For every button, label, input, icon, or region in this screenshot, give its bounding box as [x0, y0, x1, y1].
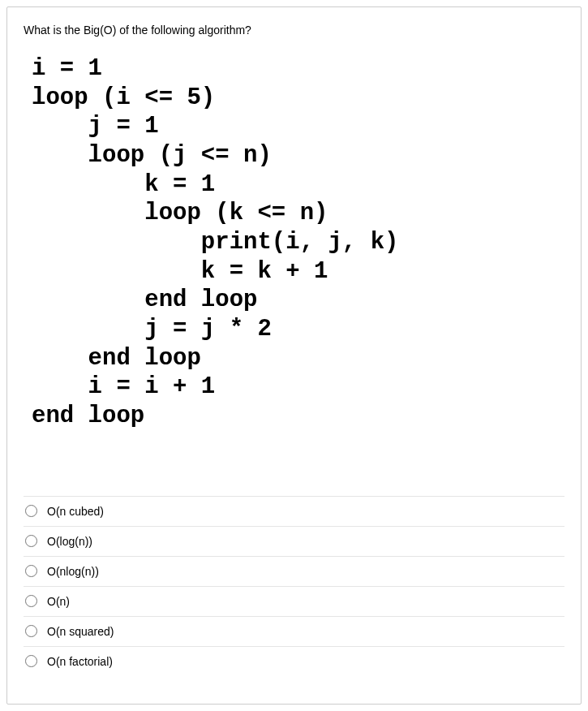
option-row[interactable]: O(nlog(n)) — [24, 556, 564, 586]
option-radio[interactable] — [25, 625, 37, 637]
option-radio[interactable] — [25, 565, 37, 577]
option-radio[interactable] — [25, 505, 37, 517]
option-label: O(nlog(n)) — [47, 565, 99, 578]
option-row[interactable]: O(n) — [24, 586, 564, 616]
option-label: O(n factorial) — [47, 655, 113, 668]
algorithm-code: i = 1 loop (i <= 5) j = 1 loop (j <= n) … — [32, 54, 564, 431]
options-list: O(n cubed) O(log(n)) O(nlog(n)) O(n) O(n… — [24, 496, 564, 676]
option-radio[interactable] — [25, 655, 37, 667]
question-card: What is the Big(O) of the following algo… — [6, 6, 582, 705]
option-row[interactable]: O(n squared) — [24, 616, 564, 646]
option-radio[interactable] — [25, 535, 37, 547]
question-prompt: What is the Big(O) of the following algo… — [24, 24, 564, 37]
option-label: O(log(n)) — [47, 535, 92, 548]
option-row[interactable]: O(n factorial) — [24, 646, 564, 676]
option-label: O(n squared) — [47, 625, 114, 638]
option-row[interactable]: O(log(n)) — [24, 526, 564, 556]
option-row[interactable]: O(n cubed) — [24, 496, 564, 526]
option-radio[interactable] — [25, 595, 37, 607]
option-label: O(n cubed) — [47, 505, 104, 518]
option-label: O(n) — [47, 595, 70, 608]
